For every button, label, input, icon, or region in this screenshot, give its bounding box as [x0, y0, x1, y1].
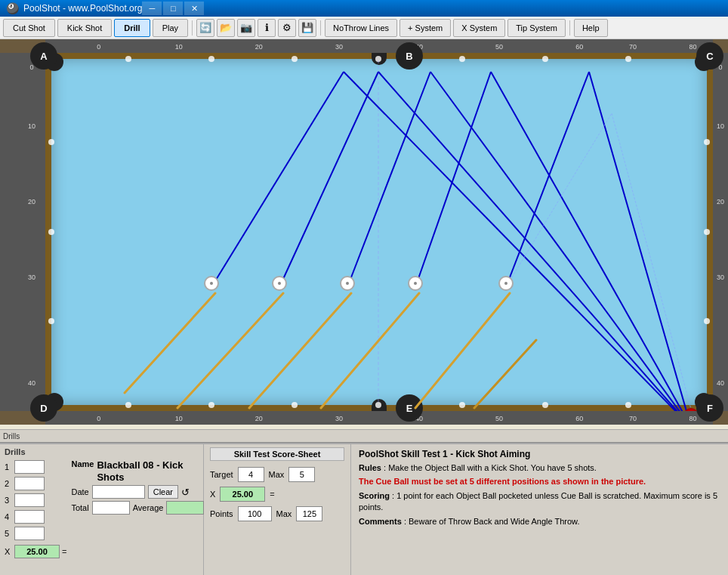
- info-panel: PoolShot Skill Test 1 - Kick Shot Aiming…: [351, 444, 728, 575]
- nothrow-button[interactable]: NoThrow Lines: [325, 19, 397, 37]
- svg-text:0: 0: [97, 415, 100, 422]
- score-box-3[interactable]: [14, 493, 45, 507]
- comments-text: : Beware of Throw Back and Wide Angle Th…: [404, 517, 580, 526]
- svg-text:30: 30: [335, 415, 343, 422]
- score-row-5: 5: [5, 526, 66, 541]
- ruler-left: 0 10 20 30 40: [0, 53, 45, 411]
- comments-label: Comments: [359, 517, 402, 526]
- svg-text:10: 10: [717, 122, 724, 130]
- date-input[interactable]: [92, 485, 145, 499]
- svg-text:20: 20: [717, 198, 724, 206]
- svg-text:30: 30: [335, 43, 343, 51]
- info-highlight: The Cue Ball must be set at 5 different …: [359, 476, 720, 487]
- clear-icon[interactable]: ↺: [181, 487, 190, 498]
- corner-d: D: [30, 394, 57, 422]
- total-box[interactable]: [92, 501, 130, 515]
- toolbar-separator-1: [192, 20, 193, 36]
- score-row-3: 3: [5, 493, 66, 508]
- ruler-left-svg: 0 10 20 30 40: [0, 53, 45, 411]
- maximize-button[interactable]: □: [163, 2, 183, 15]
- average-box: [166, 501, 204, 515]
- row-num-5: 5: [5, 529, 12, 538]
- titlebar-title: PoolShot - www.PoolShot.org: [23, 3, 142, 14]
- clear-button[interactable]: Clear: [148, 485, 178, 499]
- save-icon-button[interactable]: 💾: [298, 19, 316, 37]
- statusbar: Drills: [0, 429, 728, 443]
- gear-icon-button[interactable]: ⚙: [278, 19, 296, 37]
- score-box-5[interactable]: [14, 527, 45, 540]
- drill-button[interactable]: Drill: [114, 19, 150, 37]
- svg-text:70: 70: [629, 43, 637, 51]
- svg-text:0: 0: [97, 43, 100, 51]
- kick-shot-button[interactable]: Kick Shot: [57, 19, 112, 37]
- score-box-4[interactable]: [14, 510, 45, 524]
- x-label-score: X: [5, 547, 12, 556]
- table-felt[interactable]: [45, 53, 713, 411]
- equals-score: =: [62, 547, 66, 556]
- scoring-text: : 1 point for each Object Ball pocketed …: [359, 491, 717, 512]
- score-rows-col: 1 2 3 4 5: [5, 459, 66, 559]
- titlebar-controls: ─ □ ✕: [142, 2, 204, 15]
- score-details-col: Name Blackball 08 - Kick Shots Date Clea…: [71, 459, 204, 559]
- max-input-2[interactable]: [296, 506, 322, 521]
- scoring-label: Scoring: [359, 491, 390, 500]
- drill-name-row: Name Blackball 08 - Kick Shots: [71, 459, 204, 483]
- x-system-button[interactable]: X System: [453, 19, 505, 37]
- x-value-skill: 25.00: [220, 487, 265, 502]
- points-input[interactable]: [238, 506, 272, 521]
- info-comments: Comments : Beware of Throw Back and Wide…: [359, 516, 720, 527]
- toolbar-separator-2: [320, 20, 321, 36]
- row-num-3: 3: [5, 496, 12, 505]
- score-box-2[interactable]: [14, 477, 45, 490]
- svg-text:10: 10: [28, 122, 35, 130]
- help-button[interactable]: Help: [574, 19, 608, 37]
- drill-name-line1: Blackball 08 - Kick: [97, 459, 183, 471]
- minimize-button[interactable]: ─: [142, 2, 162, 15]
- tip-system-button[interactable]: Tip System: [507, 19, 566, 37]
- score-row-2: 2: [5, 476, 66, 491]
- skill-target-row: Target Max: [210, 467, 344, 482]
- row-num-2: 2: [5, 479, 12, 488]
- rules-text: : Make the Object Ball with a Kick Shot.…: [384, 463, 597, 472]
- date-row: Date Clear ↺: [71, 485, 204, 499]
- pocket-tm: [372, 53, 387, 65]
- open-icon-button[interactable]: 📂: [217, 19, 235, 37]
- corner-e: E: [396, 394, 423, 422]
- svg-text:70: 70: [629, 415, 637, 422]
- total-label: Total: [71, 503, 88, 512]
- skill-x-row: X 25.00 =: [210, 487, 344, 502]
- plus-system-button[interactable]: + System: [399, 19, 451, 37]
- cut-shot-button[interactable]: Cut Shot: [3, 19, 55, 37]
- info-title: PoolShot Skill Test 1 - Kick Shot Aiming: [359, 449, 720, 459]
- score-title: Drills: [5, 447, 199, 456]
- svg-text:40: 40: [717, 379, 724, 387]
- row-num-1: 1: [5, 462, 12, 471]
- titlebar-icon: 🎱: [6, 2, 19, 14]
- points-label: Points: [210, 509, 233, 518]
- new-icon-button[interactable]: 🔄: [196, 19, 214, 37]
- ruler-top-svg: 0 10 20 30 40 50 60 70 80: [45, 39, 713, 52]
- max-label-2: Max: [276, 509, 292, 518]
- svg-text:80: 80: [689, 415, 696, 422]
- close-button[interactable]: ✕: [184, 2, 204, 15]
- score-box-1[interactable]: [14, 460, 45, 474]
- equals-skill: =: [270, 490, 274, 499]
- camera-icon-button[interactable]: 📷: [237, 19, 255, 37]
- skill-points-row: Points Max: [210, 506, 344, 521]
- play-button[interactable]: Play: [153, 19, 188, 37]
- svg-text:50: 50: [495, 415, 503, 422]
- target-input[interactable]: [238, 467, 264, 482]
- info-rules: Rules : Make the Object Ball with a Kick…: [359, 462, 720, 474]
- info-icon-button[interactable]: ℹ: [258, 19, 276, 37]
- max-input-1[interactable]: [288, 467, 315, 482]
- score-panel: Drills 1 2 3 4: [0, 444, 204, 575]
- row-num-4: 4: [5, 512, 12, 521]
- svg-text:20: 20: [255, 415, 263, 422]
- max-label-1: Max: [269, 470, 285, 479]
- skill-title: Skill Test Score-Sheet: [210, 447, 344, 461]
- svg-text:20: 20: [255, 43, 263, 51]
- ruler-top: 0 10 20 30 40 50 60 70 80: [45, 39, 713, 53]
- titlebar: 🎱 PoolShot - www.PoolShot.org ─ □ ✕: [0, 0, 728, 17]
- score-row-4: 4: [5, 509, 66, 524]
- bottom-panel: Drills 1 2 3 4: [0, 443, 728, 575]
